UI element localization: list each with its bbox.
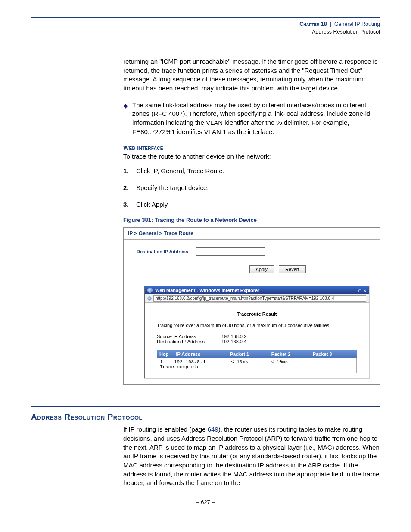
page-header: Chapter 18 | General IP Routing Address … [31,17,380,36]
popup-title: Web Management - Windows Internet Explor… [155,288,259,293]
trace-table: Hop IP Address Packet 1 Packet 2 Packet … [157,350,357,373]
source-ip-value: 192.168.0.2 [221,334,246,339]
step-text: Specify the target device. [136,184,209,193]
col-hop: Hop [159,352,176,357]
bullet-diamond-icon: ◆ [123,102,128,137]
url-field[interactable]: http://192.168.0.2/config/ip_traceroute_… [153,295,366,302]
step-number: 3. [123,200,132,209]
col-packet2: Packet 2 [271,352,313,357]
trace-output: 1 192.168.0.4 < 10ms < 10ms Trace comple… [157,358,357,373]
url-icon [147,296,152,301]
figure-caption: Figure 381: Tracing the Route to a Netwo… [123,217,380,223]
bullet-item: ◆ The same link-local address may be use… [123,101,380,137]
step-text: Click Apply. [136,200,169,209]
section-rule [31,406,380,407]
col-packet3: Packet 3 [313,352,354,357]
col-packet1: Packet 1 [230,352,271,357]
trace-route-screenshot: IP > General > Trace Route Destination I… [123,227,380,385]
arp-paragraph: If IP routing is enabled (page 649), the… [123,425,380,488]
web-interface-heading: Web Interface [123,144,380,151]
destination-ip-input[interactable] [196,247,265,256]
step-number: 1. [123,167,132,176]
window-controls[interactable]: _ ▢ ✕ [353,288,366,293]
web-interface-intro: To trace the route to another device on … [123,152,380,161]
revert-button[interactable]: Revert [279,265,305,273]
step-number: 2. [123,184,132,193]
section-subtitle: Address Resolution Protocol [31,28,380,36]
destination-ip-label: Destination IP Address [137,249,188,254]
step-2: 2. Specify the target device. [123,184,380,193]
separator: | [330,21,331,27]
result-popup-window: Web Management - Windows Internet Explor… [144,286,369,378]
step-3: 3. Click Apply. [123,200,380,209]
col-ip: IP Address [176,352,230,357]
chapter-title: General IP Routing [334,21,380,27]
step-1: 1. Click IP, General, Trace Route. [123,167,380,176]
arp-section-title: Address Resolution Protocol [31,412,380,422]
result-description: Tracing route over a maximum of 30 hops,… [157,323,357,328]
chapter-label: Chapter 18 [299,21,327,27]
paragraph-continuation: returning an "ICMP port unreachable" mes… [123,57,380,93]
dest-ip-label: Destination IP Address: [157,339,221,344]
step-text: Click IP, General, Trace Route. [136,167,224,176]
ui-breadcrumb: IP > General > Trace Route [124,228,380,240]
source-ip-label: Source IP Address: [157,334,221,339]
apply-button[interactable]: Apply [249,265,274,273]
bullet-text: The same link-local address may be used … [132,101,380,137]
ie-icon [147,288,153,293]
result-title: Traceroute Result [157,311,357,317]
arp-text-1: If IP routing is enabled (page [123,426,208,433]
result-meta: Source IP Address:192.168.0.2 Destinatio… [157,334,357,344]
page-number: – 627 – [31,499,380,505]
arp-text-2: ), the router uses its routing tables to… [123,426,380,486]
dest-ip-value: 192.168.0.4 [221,339,246,344]
page-link-649[interactable]: 649 [208,426,218,433]
